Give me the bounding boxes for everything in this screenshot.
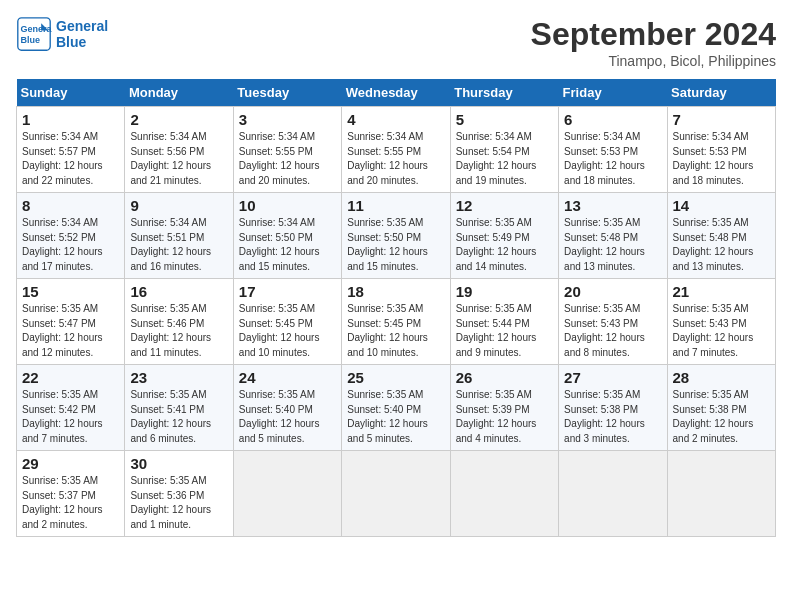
calendar-cell: 13 Sunrise: 5:35 AM Sunset: 5:48 PM Dayl…	[559, 193, 667, 279]
day-number: 27	[564, 369, 661, 386]
day-number: 17	[239, 283, 336, 300]
day-number: 25	[347, 369, 444, 386]
day-number: 29	[22, 455, 119, 472]
day-info: Sunrise: 5:35 AM Sunset: 5:38 PM Dayligh…	[564, 388, 661, 446]
calendar-cell: 5 Sunrise: 5:34 AM Sunset: 5:54 PM Dayli…	[450, 107, 558, 193]
calendar-cell	[233, 451, 341, 537]
day-info: Sunrise: 5:34 AM Sunset: 5:53 PM Dayligh…	[673, 130, 770, 188]
calendar-cell: 28 Sunrise: 5:35 AM Sunset: 5:38 PM Dayl…	[667, 365, 775, 451]
day-number: 6	[564, 111, 661, 128]
day-info: Sunrise: 5:35 AM Sunset: 5:46 PM Dayligh…	[130, 302, 227, 360]
logo-blue: Blue	[56, 34, 108, 50]
calendar-cell: 19 Sunrise: 5:35 AM Sunset: 5:44 PM Dayl…	[450, 279, 558, 365]
day-number: 9	[130, 197, 227, 214]
day-number: 28	[673, 369, 770, 386]
svg-text:Blue: Blue	[21, 35, 41, 45]
day-number: 2	[130, 111, 227, 128]
day-info: Sunrise: 5:35 AM Sunset: 5:43 PM Dayligh…	[564, 302, 661, 360]
calendar-cell: 15 Sunrise: 5:35 AM Sunset: 5:47 PM Dayl…	[17, 279, 125, 365]
day-number: 26	[456, 369, 553, 386]
calendar-cell: 25 Sunrise: 5:35 AM Sunset: 5:40 PM Dayl…	[342, 365, 450, 451]
calendar-cell: 21 Sunrise: 5:35 AM Sunset: 5:43 PM Dayl…	[667, 279, 775, 365]
day-info: Sunrise: 5:35 AM Sunset: 5:40 PM Dayligh…	[239, 388, 336, 446]
day-number: 14	[673, 197, 770, 214]
calendar-cell: 11 Sunrise: 5:35 AM Sunset: 5:50 PM Dayl…	[342, 193, 450, 279]
calendar-cell: 23 Sunrise: 5:35 AM Sunset: 5:41 PM Dayl…	[125, 365, 233, 451]
day-info: Sunrise: 5:35 AM Sunset: 5:45 PM Dayligh…	[347, 302, 444, 360]
day-number: 23	[130, 369, 227, 386]
day-info: Sunrise: 5:35 AM Sunset: 5:43 PM Dayligh…	[673, 302, 770, 360]
calendar-cell: 9 Sunrise: 5:34 AM Sunset: 5:51 PM Dayli…	[125, 193, 233, 279]
calendar-cell	[450, 451, 558, 537]
day-number: 10	[239, 197, 336, 214]
logo-general: General	[56, 18, 108, 34]
day-info: Sunrise: 5:35 AM Sunset: 5:47 PM Dayligh…	[22, 302, 119, 360]
day-number: 13	[564, 197, 661, 214]
day-info: Sunrise: 5:35 AM Sunset: 5:37 PM Dayligh…	[22, 474, 119, 532]
calendar-cell: 22 Sunrise: 5:35 AM Sunset: 5:42 PM Dayl…	[17, 365, 125, 451]
calendar-cell: 16 Sunrise: 5:35 AM Sunset: 5:46 PM Dayl…	[125, 279, 233, 365]
calendar-cell: 24 Sunrise: 5:35 AM Sunset: 5:40 PM Dayl…	[233, 365, 341, 451]
day-number: 18	[347, 283, 444, 300]
day-info: Sunrise: 5:35 AM Sunset: 5:48 PM Dayligh…	[673, 216, 770, 274]
day-number: 21	[673, 283, 770, 300]
day-number: 20	[564, 283, 661, 300]
calendar-cell: 8 Sunrise: 5:34 AM Sunset: 5:52 PM Dayli…	[17, 193, 125, 279]
calendar-cell: 29 Sunrise: 5:35 AM Sunset: 5:37 PM Dayl…	[17, 451, 125, 537]
day-info: Sunrise: 5:35 AM Sunset: 5:48 PM Dayligh…	[564, 216, 661, 274]
calendar-cell: 17 Sunrise: 5:35 AM Sunset: 5:45 PM Dayl…	[233, 279, 341, 365]
day-info: Sunrise: 5:35 AM Sunset: 5:44 PM Dayligh…	[456, 302, 553, 360]
day-info: Sunrise: 5:34 AM Sunset: 5:51 PM Dayligh…	[130, 216, 227, 274]
title-area: September 2024 Tinampo, Bicol, Philippin…	[531, 16, 776, 69]
day-info: Sunrise: 5:35 AM Sunset: 5:40 PM Dayligh…	[347, 388, 444, 446]
svg-text:General: General	[21, 24, 53, 34]
calendar-cell	[342, 451, 450, 537]
col-saturday: Saturday	[667, 79, 775, 107]
calendar-cell: 18 Sunrise: 5:35 AM Sunset: 5:45 PM Dayl…	[342, 279, 450, 365]
col-wednesday: Wednesday	[342, 79, 450, 107]
col-friday: Friday	[559, 79, 667, 107]
day-info: Sunrise: 5:35 AM Sunset: 5:38 PM Dayligh…	[673, 388, 770, 446]
col-thursday: Thursday	[450, 79, 558, 107]
col-monday: Monday	[125, 79, 233, 107]
day-number: 7	[673, 111, 770, 128]
day-info: Sunrise: 5:35 AM Sunset: 5:41 PM Dayligh…	[130, 388, 227, 446]
day-number: 3	[239, 111, 336, 128]
day-info: Sunrise: 5:34 AM Sunset: 5:55 PM Dayligh…	[239, 130, 336, 188]
calendar-header-row: Sunday Monday Tuesday Wednesday Thursday…	[17, 79, 776, 107]
calendar-cell: 10 Sunrise: 5:34 AM Sunset: 5:50 PM Dayl…	[233, 193, 341, 279]
calendar-cell: 26 Sunrise: 5:35 AM Sunset: 5:39 PM Dayl…	[450, 365, 558, 451]
day-number: 12	[456, 197, 553, 214]
calendar-cell: 3 Sunrise: 5:34 AM Sunset: 5:55 PM Dayli…	[233, 107, 341, 193]
month-title: September 2024	[531, 16, 776, 53]
calendar-cell: 1 Sunrise: 5:34 AM Sunset: 5:57 PM Dayli…	[17, 107, 125, 193]
day-number: 1	[22, 111, 119, 128]
location: Tinampo, Bicol, Philippines	[531, 53, 776, 69]
day-number: 24	[239, 369, 336, 386]
day-number: 30	[130, 455, 227, 472]
day-info: Sunrise: 5:35 AM Sunset: 5:36 PM Dayligh…	[130, 474, 227, 532]
day-info: Sunrise: 5:34 AM Sunset: 5:57 PM Dayligh…	[22, 130, 119, 188]
col-tuesday: Tuesday	[233, 79, 341, 107]
day-info: Sunrise: 5:35 AM Sunset: 5:39 PM Dayligh…	[456, 388, 553, 446]
day-number: 4	[347, 111, 444, 128]
calendar-cell: 12 Sunrise: 5:35 AM Sunset: 5:49 PM Dayl…	[450, 193, 558, 279]
logo: General Blue General Blue	[16, 16, 108, 52]
calendar-cell: 30 Sunrise: 5:35 AM Sunset: 5:36 PM Dayl…	[125, 451, 233, 537]
day-info: Sunrise: 5:34 AM Sunset: 5:50 PM Dayligh…	[239, 216, 336, 274]
calendar-table: Sunday Monday Tuesday Wednesday Thursday…	[16, 79, 776, 537]
day-number: 19	[456, 283, 553, 300]
calendar-cell: 7 Sunrise: 5:34 AM Sunset: 5:53 PM Dayli…	[667, 107, 775, 193]
day-info: Sunrise: 5:35 AM Sunset: 5:45 PM Dayligh…	[239, 302, 336, 360]
calendar-cell: 2 Sunrise: 5:34 AM Sunset: 5:56 PM Dayli…	[125, 107, 233, 193]
calendar-cell	[559, 451, 667, 537]
day-number: 5	[456, 111, 553, 128]
calendar-cell	[667, 451, 775, 537]
calendar-cell: 14 Sunrise: 5:35 AM Sunset: 5:48 PM Dayl…	[667, 193, 775, 279]
day-info: Sunrise: 5:35 AM Sunset: 5:49 PM Dayligh…	[456, 216, 553, 274]
day-info: Sunrise: 5:34 AM Sunset: 5:56 PM Dayligh…	[130, 130, 227, 188]
calendar-cell: 6 Sunrise: 5:34 AM Sunset: 5:53 PM Dayli…	[559, 107, 667, 193]
calendar-cell: 27 Sunrise: 5:35 AM Sunset: 5:38 PM Dayl…	[559, 365, 667, 451]
day-info: Sunrise: 5:34 AM Sunset: 5:54 PM Dayligh…	[456, 130, 553, 188]
day-number: 11	[347, 197, 444, 214]
